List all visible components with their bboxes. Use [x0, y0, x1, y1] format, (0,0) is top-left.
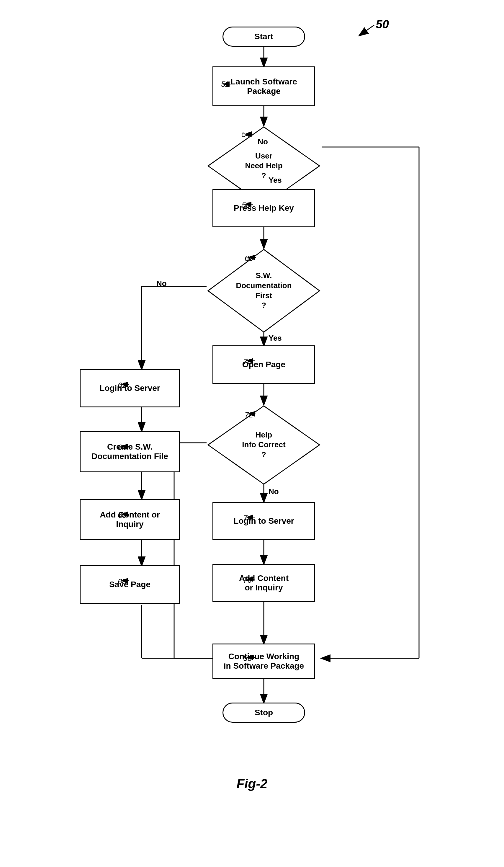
save-page-node: Save Page	[80, 565, 180, 604]
stop-node: Stop	[223, 703, 305, 722]
tag-arrow-70	[246, 358, 256, 363]
tag-arrow-52	[222, 81, 234, 87]
tag-arrow-74	[246, 515, 256, 520]
tag-arrow-72	[247, 411, 258, 417]
no-sw-doc-label: No	[157, 279, 167, 288]
tag-arrow-68	[120, 578, 131, 583]
tag-arrow-76	[246, 577, 256, 582]
yes-sw-doc-label: Yes	[269, 334, 282, 343]
tag-arrow-54	[244, 131, 255, 137]
login-server-62-node: Login to Server	[80, 369, 180, 407]
login-server-74-node: Login to Server	[213, 502, 315, 540]
continue-working-node: Continue Working in Software Package	[213, 643, 315, 679]
press-help-key-node: Press Help Key	[213, 189, 315, 227]
no-user-need-label: No	[258, 137, 268, 147]
tag-arrow-64	[120, 444, 131, 449]
tag-arrow-60	[247, 255, 258, 260]
figure-arrow	[354, 22, 377, 37]
open-page-node: Open Page	[213, 345, 315, 384]
tag-arrow-66	[120, 512, 131, 517]
start-node: Start	[223, 26, 305, 47]
tag-arrow-56	[246, 655, 256, 660]
no-help-info-label: No	[269, 487, 279, 496]
add-content-66-node: Add Content or Inquiry	[80, 499, 180, 540]
tag-arrow-58	[244, 202, 254, 207]
flowchart-diagram: 50 Start Launch Software Package 52 User…	[12, 12, 492, 809]
figure-caption: Fig-2	[236, 777, 267, 791]
figure-number-50: 50	[376, 18, 389, 31]
svg-line-26	[360, 25, 374, 35]
create-sw-doc-node: Create S.W. Documentation File	[80, 431, 180, 472]
help-info-correct-diamond: Help Info Correct ?	[206, 404, 321, 485]
tag-arrow-62	[120, 382, 131, 387]
sw-doc-first-diamond: S.W. Documentation First ?	[206, 248, 321, 334]
page: 50 Start Launch Software Package 52 User…	[0, 0, 504, 867]
add-content-76-node: Add Content or Inquiry	[213, 564, 315, 602]
